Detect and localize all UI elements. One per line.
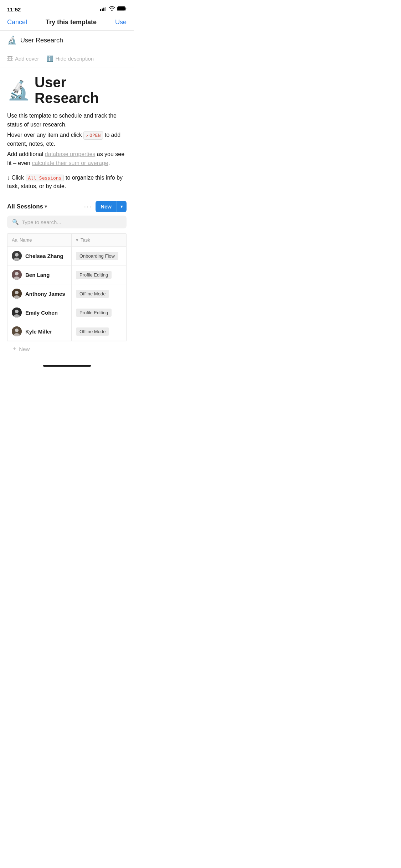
cell-task-0: Onboarding Flow (72, 248, 126, 264)
big-title-row: 🔬 User Research (7, 74, 127, 106)
image-icon: 🖼 (7, 56, 13, 62)
big-title-text: User Research (35, 74, 127, 106)
template-header-title: User Research (20, 37, 63, 44)
table: Aa Name ▾ Task Chelsea Zhang (7, 233, 127, 341)
more-options-button[interactable]: ··· (84, 202, 92, 211)
task-badge-3: Profile Editing (76, 309, 112, 317)
select-type-icon: ▾ (76, 237, 78, 243)
cell-name-0: Chelsea Zhang (7, 247, 72, 265)
info-icon: ℹ️ (46, 55, 53, 62)
avatar-2 (12, 289, 22, 299)
view-selector[interactable]: All Sessions ▾ (7, 203, 47, 210)
task-badge-2: Offline Mode (76, 290, 109, 298)
cell-task-2: Offline Mode (72, 285, 126, 302)
action-row: 🖼 Add cover ℹ️ Hide description (0, 50, 134, 67)
cell-task-3: Profile Editing (72, 304, 126, 321)
add-row-button[interactable]: + New (7, 341, 127, 356)
template-icon: 🔬 (7, 36, 17, 45)
svg-rect-1 (102, 9, 103, 11)
table-row[interactable]: Kyle Miller Offline Mode (7, 322, 126, 341)
table-rows-container: Chelsea Zhang Onboarding Flow Ben Lang P… (7, 247, 126, 341)
svg-point-7 (15, 253, 19, 257)
cancel-button[interactable]: Cancel (7, 19, 27, 26)
svg-point-13 (15, 291, 19, 294)
avatar-4 (12, 326, 22, 336)
avatar-0 (12, 251, 22, 261)
new-entry-button[interactable]: New ▾ (96, 201, 127, 212)
db-toolbar-right: ··· New ▾ (84, 201, 127, 212)
search-icon: 🔍 (12, 219, 19, 225)
table-header: Aa Name ▾ Task (7, 234, 126, 247)
cell-name-4: Kyle Miller (7, 322, 72, 341)
svg-point-10 (15, 272, 19, 275)
add-cover-button[interactable]: 🖼 Add cover (7, 56, 39, 62)
table-row[interactable]: Ben Lang Profile Editing (7, 265, 126, 284)
open-badge: ↗ OPEN (83, 131, 103, 140)
name-column-header: Aa Name (7, 234, 72, 246)
database-section: All Sessions ▾ ··· New ▾ 🔍 Type to searc… (0, 196, 134, 356)
task-badge-0: Onboarding Flow (76, 252, 118, 260)
click-row: ↓ Click All Sessions to organize this in… (7, 174, 127, 191)
status-time: 11:52 (7, 6, 21, 12)
person-name-0: Chelsea Zhang (25, 253, 63, 259)
signal-icon (100, 6, 107, 12)
database-properties-link[interactable]: database properties (45, 151, 95, 157)
nav-bar: Cancel Try this template Use (0, 16, 134, 31)
content-area: 🔬 User Research Use this template to sch… (0, 67, 134, 196)
cell-task-4: Offline Mode (72, 323, 126, 340)
db-toolbar: All Sessions ▾ ··· New ▾ (7, 196, 127, 216)
big-title-icon: 🔬 (7, 79, 30, 101)
plus-icon: + (13, 346, 16, 352)
status-icons (100, 6, 127, 12)
cell-name-1: Ben Lang (7, 265, 72, 284)
avatar-3 (12, 308, 22, 317)
add-cover-label: Add cover (15, 56, 39, 62)
task-header-label: Task (81, 237, 90, 243)
nav-title: Try this template (46, 19, 97, 26)
all-sessions-inline-badge: All Sessions (26, 175, 64, 181)
desc-line2: Hover over any item and click ↗ OPEN to … (7, 131, 127, 149)
name-header-label: Name (20, 237, 32, 243)
battery-icon (117, 6, 127, 12)
svg-rect-0 (100, 9, 101, 11)
desc-line1: Use this template to schedule and track … (7, 112, 127, 129)
calculate-link[interactable]: calculate their sum or average (32, 160, 108, 166)
search-input[interactable]: Type to search... (22, 219, 61, 225)
cell-task-1: Profile Editing (72, 267, 126, 283)
text-type-icon: Aa (12, 237, 17, 243)
hide-desc-label: Hide description (56, 56, 94, 62)
svg-point-19 (15, 329, 19, 332)
svg-rect-3 (105, 7, 106, 11)
chevron-down-icon: ▾ (45, 204, 47, 209)
template-header-row: 🔬 User Research (0, 31, 134, 50)
table-row[interactable]: Anthony James Offline Mode (7, 284, 126, 303)
table-row[interactable]: Chelsea Zhang Onboarding Flow (7, 247, 126, 265)
new-button-label: New (96, 201, 117, 212)
svg-point-16 (15, 310, 19, 313)
hide-description-button[interactable]: ℹ️ Hide description (46, 55, 94, 62)
svg-rect-2 (103, 8, 104, 11)
task-column-header: ▾ Task (72, 234, 126, 246)
wifi-icon (109, 6, 115, 12)
add-row-label: New (19, 346, 30, 352)
person-name-1: Ben Lang (25, 272, 50, 278)
table-row[interactable]: Emily Cohen Profile Editing (7, 303, 126, 322)
svg-rect-5 (118, 7, 125, 11)
task-badge-4: Offline Mode (76, 327, 109, 336)
person-name-3: Emily Cohen (25, 310, 58, 316)
status-bar: 11:52 (0, 0, 134, 16)
description: Use this template to schedule and track … (7, 112, 127, 168)
person-name-4: Kyle Miller (25, 329, 52, 335)
view-name-label: All Sessions (7, 203, 43, 210)
home-bar (43, 365, 91, 367)
avatar-1 (12, 270, 22, 280)
person-name-2: Anthony James (25, 291, 65, 297)
search-bar[interactable]: 🔍 Type to search... (7, 216, 127, 228)
cell-name-2: Anthony James (7, 284, 72, 303)
new-button-chevron-icon: ▾ (117, 201, 127, 212)
cell-name-3: Emily Cohen (7, 303, 72, 322)
desc-line3: Add additional database properties as yo… (7, 150, 127, 168)
home-indicator (0, 362, 134, 368)
task-badge-1: Profile Editing (76, 271, 112, 279)
use-button[interactable]: Use (115, 19, 127, 26)
